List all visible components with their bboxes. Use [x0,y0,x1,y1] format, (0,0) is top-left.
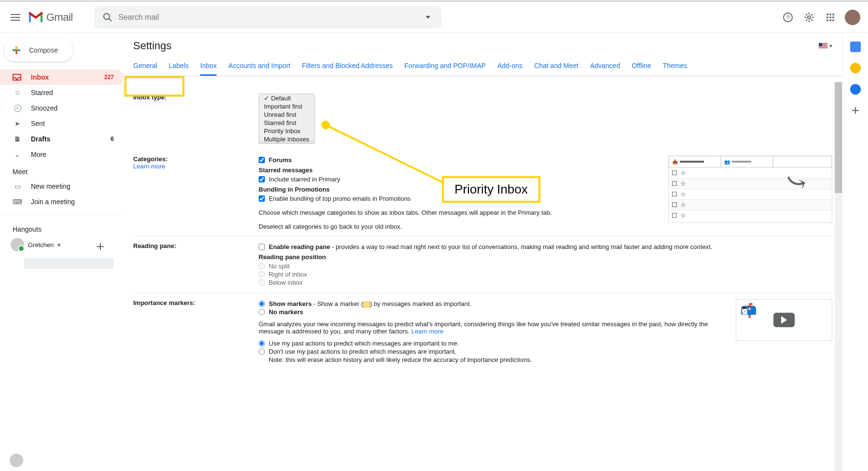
tab-labels[interactable]: Labels [169,57,189,76]
option-important-first[interactable]: Important first [259,102,314,111]
settings-button[interactable] [799,7,820,28]
search-icon [103,13,112,22]
tab-advanced[interactable]: Advanced [590,57,620,76]
caret-down-icon[interactable]: ▾ [57,241,61,249]
nav-inbox[interactable]: Inbox 227 [0,69,124,85]
svg-point-10 [827,19,828,21]
settings-tabs: General Labels Inbox Accounts and Import… [124,57,842,76]
option-starred-first[interactable]: Starred first [259,119,314,127]
dont-use-past-actions-label: Don't use my past actions to predict whi… [269,348,456,355]
main-menu-button[interactable] [4,6,27,29]
nav-more[interactable]: ⌄ More [0,147,124,162]
option-unread-first[interactable]: Unread first [259,111,314,119]
nav-sent[interactable]: ➤ Sent [0,116,124,131]
svg-point-0 [104,14,110,19]
enable-reading-pane-lead: Enable reading pane [269,243,330,250]
gmail-logo-text: Gmail [46,11,73,24]
reading-pane-right-radio [259,271,265,277]
video-illustration-icon: 📬 [740,303,757,319]
nav-starred[interactable]: ☆ Starred [0,85,124,100]
reading-pane-below-radio [259,279,265,286]
search-bar[interactable] [94,6,441,28]
google-apps-button[interactable] [820,7,841,28]
side-panel [842,33,868,471]
meet-new[interactable]: ▭ New meeting [0,179,124,194]
folder-nav: Inbox 227 ☆ Starred 🕘 Snoozed ➤ Sent 🗎 D… [0,69,124,162]
tab-offline[interactable]: Offline [632,57,651,76]
meet-join-label: Join a meeting [31,198,75,206]
meet-join[interactable]: ⌨ Join a meeting [0,194,124,209]
svg-text:?: ? [786,14,789,21]
play-icon [773,313,795,327]
input-tools-button[interactable]: ▾ [819,42,832,49]
category-forums-label: Forums [269,156,292,164]
importance-video-thumbnail[interactable]: 📬 [736,299,832,341]
tab-accounts[interactable]: Accounts and Import [228,57,290,76]
show-markers-rest-a: - Show a marker ( [312,300,363,307]
importance-note: Note: this will erase action history and… [259,356,726,363]
gmail-logo-icon [27,11,44,24]
enable-reading-pane-rest: - provides a way to read mail right next… [330,243,712,250]
inbox-type-select[interactable]: Default Important first Unread first Sta… [259,94,315,144]
categories-help-1: Choose which message categories to show … [259,209,659,216]
account-avatar[interactable] [845,10,860,25]
categories-label: Categories: [133,155,168,163]
new-hangout-button[interactable] [91,237,110,256]
app-header: Gmail ? [0,2,868,33]
tab-addons[interactable]: Add-ons [497,57,523,76]
no-markers-radio[interactable] [259,309,265,315]
left-sidebar: Compose Inbox 227 ☆ Starred 🕘 Snoozed ➤ … [0,33,124,471]
nav-inbox-label: Inbox [31,73,49,81]
video-icon: ▭ [13,182,22,190]
search-options-button[interactable] [417,16,439,19]
tab-filters[interactable]: Filters and Blocked Addresses [302,57,393,76]
tab-preview: 📥 👥 ☐☆ ☐☆ ☐☆ ☐☆ ☐☆ ⤻ [668,155,832,223]
use-past-actions-radio[interactable] [259,340,265,346]
keep-addon-button[interactable] [850,63,861,73]
importance-analyze-text: Gmail analyzes your new incoming message… [259,320,708,335]
inbox-type-label: Inbox type: [133,94,259,144]
scrollbar-track[interactable] [835,82,842,471]
hangout-contact-avatar[interactable] [10,454,23,467]
bundling-label: Enable bundling of top promo emails in P… [269,195,411,202]
category-forums-checkbox[interactable] [259,157,265,163]
search-input[interactable] [118,13,417,22]
calendar-addon-button[interactable] [850,42,861,52]
hangouts-user-name: Gretchen [28,241,54,249]
caret-down-icon [426,16,430,19]
scrollbar-thumb[interactable] [835,82,842,193]
bundling-checkbox[interactable] [259,195,265,202]
tab-themes[interactable]: Themes [662,57,687,76]
meet-heading: Meet [0,162,124,179]
importance-marker-icon [363,302,370,307]
nav-drafts[interactable]: 🗎 Drafts 6 [0,131,124,147]
support-button[interactable]: ? [777,7,799,28]
nav-snoozed[interactable]: 🕘 Snoozed [0,100,124,116]
option-priority-inbox[interactable]: Priority Inbox [259,127,314,135]
gmail-logo[interactable]: Gmail [27,11,73,24]
importance-markers-label: Importance markers: [133,299,259,363]
tab-forwarding[interactable]: Forwarding and POP/IMAP [404,57,486,76]
option-default[interactable]: Default [259,94,314,102]
compose-button[interactable]: Compose [4,39,73,62]
include-starred-checkbox[interactable] [259,176,265,182]
search-button[interactable] [97,7,118,28]
get-addons-button[interactable] [850,105,861,116]
svg-point-11 [829,19,831,21]
tasks-addon-button[interactable] [850,84,861,95]
plus-icon [96,242,105,251]
reading-pane-right-label: Right of inbox [269,271,307,278]
tab-inbox[interactable]: Inbox [200,57,217,76]
enable-reading-pane-checkbox[interactable] [259,244,265,250]
star-icon: ☆ [13,89,22,97]
dont-use-past-actions-radio[interactable] [259,348,265,355]
importance-learn-more[interactable]: Learn more [412,328,443,335]
svg-point-3 [808,16,811,19]
tab-chat[interactable]: Chat and Meet [534,57,579,76]
option-multiple-inboxes[interactable]: Multiple Inboxes [259,135,314,143]
plus-icon [852,107,859,114]
settings-body[interactable]: Inbox type: Default Important first Unre… [124,82,842,471]
categories-learn-more[interactable]: Learn more [133,163,165,170]
show-markers-radio[interactable] [259,301,265,307]
tab-general[interactable]: General [133,57,157,76]
